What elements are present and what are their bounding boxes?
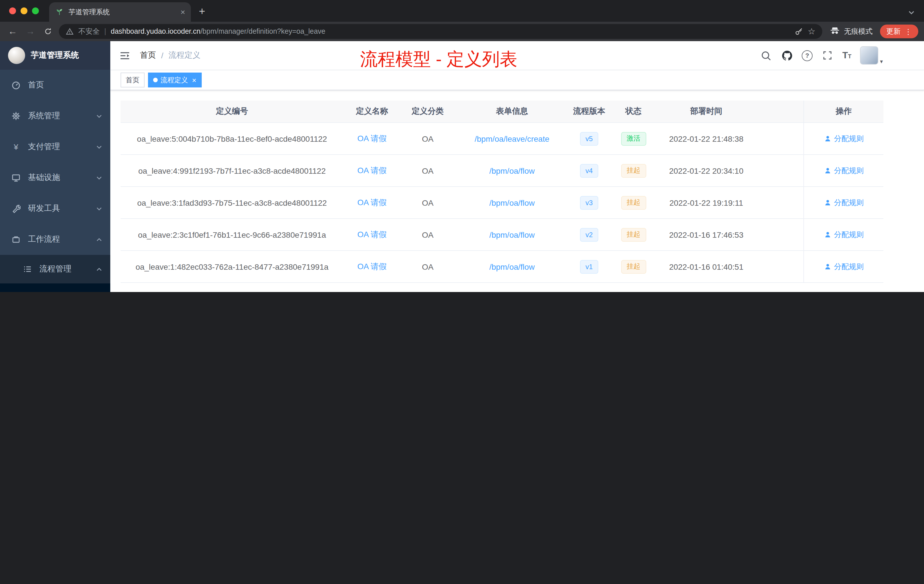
fullscreen-icon[interactable] bbox=[821, 49, 834, 62]
dashboard-icon bbox=[12, 81, 21, 90]
column-header: 部署时间 bbox=[658, 101, 755, 122]
assign-rule-button[interactable]: 分配规则 bbox=[824, 165, 864, 176]
row-filler bbox=[755, 187, 804, 218]
person-icon bbox=[824, 199, 831, 206]
minimize-window-button[interactable] bbox=[21, 7, 27, 14]
definition-id: oa_leave:5:004b710b-7b8a-11ec-8ef0-acde4… bbox=[120, 123, 343, 154]
tag-home[interactable]: 首页 bbox=[120, 73, 145, 87]
form-info-link[interactable]: /bpm/oa/leave/create bbox=[475, 134, 549, 143]
sidebar-item-system[interactable]: 系统管理 bbox=[0, 101, 110, 132]
column-header: 定义分类 bbox=[401, 101, 455, 122]
definition-name-link[interactable]: OA 请假 bbox=[357, 165, 387, 176]
assign-rule-button[interactable]: 分配规则 bbox=[824, 261, 864, 272]
process-management-submenu: 流程表单 用户分组 流程模型 bbox=[0, 284, 110, 292]
sidebar-item-payment[interactable]: ¥ 支付管理 bbox=[0, 132, 110, 162]
deploy-time: 2022-01-16 17:46:53 bbox=[658, 219, 755, 250]
tab-search-chevron-icon[interactable] bbox=[908, 9, 915, 16]
sidebar-item-workflow[interactable]: 工作流程 bbox=[0, 224, 110, 255]
reload-button[interactable] bbox=[41, 25, 55, 38]
sidebar-item-label: 基础设施 bbox=[28, 173, 89, 183]
table-row: oa_leave:2:3c1f0ef1-76b1-11ec-9c66-a2380… bbox=[120, 219, 883, 251]
tab-close-icon[interactable]: × bbox=[181, 8, 185, 16]
version-badge: v3 bbox=[580, 196, 598, 210]
browser-menu-icon[interactable]: ⋮ bbox=[904, 27, 912, 36]
password-key-icon[interactable] bbox=[794, 27, 803, 36]
form-info-link[interactable]: /bpm/oa/flow bbox=[489, 166, 535, 175]
deploy-time: 2022-01-22 21:48:38 bbox=[658, 123, 755, 154]
definition-name-link[interactable]: OA 请假 bbox=[357, 261, 387, 272]
row-filler bbox=[755, 219, 804, 250]
security-label[interactable]: 不安全 bbox=[78, 26, 100, 36]
sidebar-logo[interactable]: 芋道管理系统 bbox=[0, 41, 110, 70]
browser-tab-strip: 芋道管理系统 × + bbox=[0, 0, 924, 22]
hamburger-menu-icon[interactable] bbox=[119, 50, 130, 61]
list-icon bbox=[23, 265, 32, 274]
sidebar-item-process-management[interactable]: 流程管理 bbox=[0, 255, 110, 284]
row-filler bbox=[755, 251, 804, 282]
active-tag-dot bbox=[153, 78, 158, 82]
bookmark-star-icon[interactable]: ☆ bbox=[808, 26, 815, 36]
deploy-time: 2022-01-22 19:19:11 bbox=[658, 187, 755, 218]
browser-toolbar: ← → 不安全 | dashboard.yudao.iocoder.cn/bpm… bbox=[0, 22, 924, 41]
user-menu[interactable]: ▾ bbox=[860, 46, 883, 64]
url-text[interactable]: dashboard.yudao.iocoder.cn/bpm/manager/d… bbox=[111, 27, 790, 35]
url-bar[interactable]: 不安全 | dashboard.yudao.iocoder.cn/bpm/man… bbox=[59, 24, 822, 39]
chevron-up-icon bbox=[96, 236, 102, 243]
breadcrumb-current: 流程定义 bbox=[168, 50, 201, 61]
assign-rule-button[interactable]: 分配规则 bbox=[824, 229, 864, 240]
user-avatar[interactable] bbox=[860, 46, 878, 64]
monitor-icon bbox=[12, 173, 21, 182]
table-row: oa_leave:5:004b710b-7b8a-11ec-8ef0-acde4… bbox=[120, 123, 883, 155]
column-header: 表单信息 bbox=[455, 101, 569, 122]
sidebar-item-home[interactable]: 首页 bbox=[0, 70, 110, 101]
chevron-down-icon bbox=[96, 113, 102, 119]
sidebar-item-infrastructure[interactable]: 基础设施 bbox=[0, 162, 110, 193]
tag-close-icon[interactable]: × bbox=[192, 76, 196, 84]
column-filler bbox=[755, 101, 804, 122]
incognito-badge: 无痕模式 bbox=[826, 25, 876, 38]
workflow-submenu: 流程管理 流程表单 用户分组 bbox=[0, 255, 110, 292]
new-tab-button[interactable]: + bbox=[191, 5, 213, 22]
table-header: 定义编号 定义名称 定义分类 表单信息 流程版本 状态 部署时间 操作 bbox=[120, 101, 883, 123]
form-info-link[interactable]: /bpm/oa/flow bbox=[489, 230, 535, 239]
column-header: 定义编号 bbox=[120, 101, 343, 122]
app-window: 芋道管理系统 首页 系统管理 ¥ 支付管理 bbox=[0, 41, 924, 292]
deploy-time: 2022-01-22 20:34:10 bbox=[658, 155, 755, 186]
github-icon[interactable] bbox=[780, 49, 793, 62]
breadcrumb: 首页 / 流程定义 bbox=[140, 50, 201, 61]
assign-rule-button[interactable]: 分配规则 bbox=[824, 198, 864, 208]
column-header: 状态 bbox=[609, 101, 658, 122]
back-button[interactable]: ← bbox=[6, 25, 20, 38]
page-content: 定义编号 定义名称 定义分类 表单信息 流程版本 状态 部署时间 操作 oa_l… bbox=[110, 90, 924, 292]
not-secure-warning-icon[interactable] bbox=[66, 27, 74, 35]
close-window-button[interactable] bbox=[9, 7, 16, 14]
definition-name-link[interactable]: OA 请假 bbox=[357, 229, 387, 240]
browser-tab[interactable]: 芋道管理系统 × bbox=[49, 2, 191, 22]
sidebar-item-devtools[interactable]: 研发工具 bbox=[0, 193, 110, 224]
logo-title: 芋道管理系统 bbox=[31, 50, 79, 61]
chevron-down-icon bbox=[96, 144, 102, 150]
breadcrumb-home[interactable]: 首页 bbox=[140, 50, 156, 61]
search-icon[interactable] bbox=[759, 49, 772, 62]
definition-name-link[interactable]: OA 请假 bbox=[357, 198, 387, 208]
assign-rule-button[interactable]: 分配规则 bbox=[824, 134, 864, 144]
definition-name-link[interactable]: OA 请假 bbox=[357, 134, 387, 144]
incognito-icon bbox=[830, 25, 840, 38]
column-header: 操作 bbox=[804, 101, 883, 122]
form-info-link[interactable]: /bpm/oa/flow bbox=[489, 198, 535, 207]
help-icon[interactable]: ? bbox=[802, 50, 813, 61]
site-favicon-icon bbox=[55, 7, 64, 16]
tag-process-definition[interactable]: 流程定义 × bbox=[148, 73, 201, 87]
sidebar-item-label: 首页 bbox=[28, 80, 102, 90]
screen: 芋道管理系统 × + ← → 不安全 | dashboard.yudao.ioc… bbox=[0, 0, 924, 292]
url-host: dashboard.yudao.iocoder.cn bbox=[111, 27, 201, 35]
sidebar-item-label: 研发工具 bbox=[28, 203, 89, 214]
font-size-icon[interactable]: TT bbox=[842, 51, 851, 60]
zoom-window-button[interactable] bbox=[32, 7, 39, 14]
column-header: 流程版本 bbox=[569, 101, 609, 122]
sidebar-item-label: 系统管理 bbox=[28, 111, 89, 121]
sidebar-item-process-form[interactable]: 流程表单 bbox=[0, 284, 110, 292]
form-info-link[interactable]: /bpm/oa/flow bbox=[489, 262, 535, 271]
chrome-update-button[interactable]: 更新 ⋮ bbox=[880, 25, 918, 38]
definition-id: oa_leave:4:991f2193-7b7f-11ec-a3c8-acde4… bbox=[120, 155, 343, 186]
